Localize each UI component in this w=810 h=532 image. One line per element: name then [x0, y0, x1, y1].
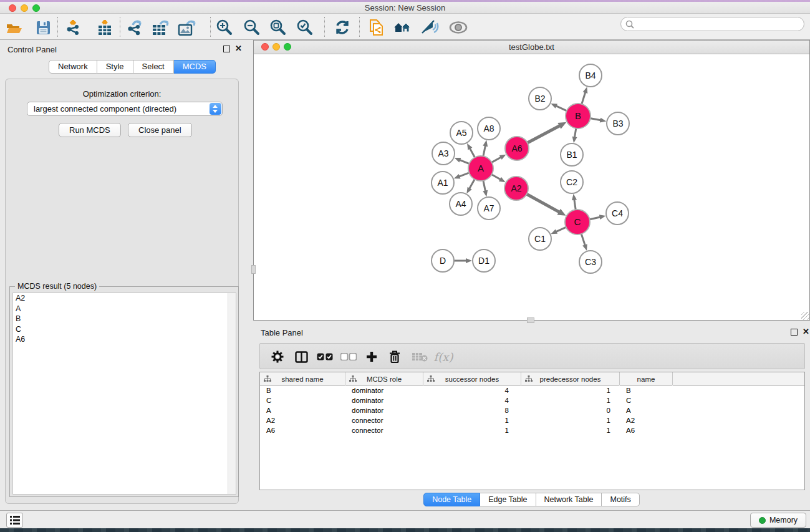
- zoom-out-icon[interactable]: [241, 18, 263, 37]
- column-header-shared-name[interactable]: shared name: [260, 372, 345, 385]
- zoom-network-icon[interactable]: [284, 43, 291, 51]
- column-header-name[interactable]: name: [620, 372, 673, 385]
- hide-graphics-details-icon[interactable]: [419, 18, 440, 37]
- graph-node-D[interactable]: D: [432, 249, 454, 272]
- export-table-icon[interactable]: [150, 18, 171, 37]
- table-row[interactable]: A2connector11A2: [260, 415, 804, 425]
- graph-node-A3[interactable]: A3: [432, 142, 455, 165]
- toggle-columns-icon[interactable]: [291, 347, 311, 366]
- function-builder-icon[interactable]: f(x): [433, 347, 453, 366]
- graph-node-B[interactable]: B: [566, 104, 591, 128]
- graph-node-A6[interactable]: A6: [505, 137, 529, 160]
- tab-mcds[interactable]: MCDS: [174, 60, 216, 74]
- graph-node-B2[interactable]: B2: [529, 87, 551, 110]
- refresh-icon[interactable]: [332, 18, 353, 37]
- graph-node-B3[interactable]: B3: [607, 112, 629, 135]
- tab-network[interactable]: Network: [49, 60, 97, 74]
- graph-node-A2[interactable]: A2: [504, 177, 528, 200]
- table-row[interactable]: Adominator80A: [260, 405, 804, 415]
- svg-text:C3: C3: [585, 257, 596, 267]
- clone-network-icon[interactable]: [366, 18, 387, 37]
- mcds-result-item[interactable]: A: [13, 304, 236, 314]
- graph-node-A8[interactable]: A8: [478, 117, 500, 140]
- show-graphics-details-icon[interactable]: [448, 18, 469, 37]
- settings-gear-icon[interactable]: [268, 347, 287, 366]
- graph-node-A4[interactable]: A4: [450, 193, 472, 215]
- export-network-icon[interactable]: [124, 18, 145, 37]
- add-column-icon[interactable]: [362, 347, 382, 366]
- close-window-icon[interactable]: [9, 4, 16, 12]
- home-layout-icon[interactable]: [392, 18, 413, 37]
- column-header-successor-nodes[interactable]: successor nodes: [423, 372, 521, 385]
- column-header-predecessor-nodes[interactable]: predecessor nodes: [521, 372, 620, 385]
- svg-text:B4: B4: [585, 70, 595, 80]
- minimize-network-icon[interactable]: [272, 43, 280, 51]
- graph-node-C4[interactable]: C4: [606, 202, 629, 225]
- save-session-icon[interactable]: [32, 18, 54, 37]
- float-table-panel-icon[interactable]: [791, 329, 798, 336]
- minimize-window-icon[interactable]: [21, 4, 28, 12]
- search-input[interactable]: [620, 17, 804, 31]
- tab-node-table[interactable]: Node Table: [423, 493, 480, 506]
- criterion-value: largest connected component (directed): [34, 104, 176, 114]
- close-panel-icon[interactable]: ✕: [235, 44, 242, 53]
- tab-motifs[interactable]: Motifs: [602, 493, 639, 506]
- graph-node-C2[interactable]: C2: [561, 171, 583, 193]
- graph-node-D1[interactable]: D1: [473, 249, 495, 272]
- scrollbar-track[interactable]: [228, 293, 236, 494]
- delete-table-icon[interactable]: [410, 347, 430, 366]
- delete-column-trash-icon[interactable]: [385, 347, 405, 366]
- graph-node-C1[interactable]: C1: [529, 228, 551, 250]
- open-file-icon[interactable]: [4, 18, 25, 37]
- zoom-selected-icon[interactable]: [294, 18, 316, 37]
- zoom-window-icon[interactable]: [32, 4, 40, 12]
- task-history-button[interactable]: [6, 513, 23, 528]
- graph-node-C3[interactable]: C3: [579, 251, 602, 273]
- graph-node-A5[interactable]: A5: [450, 122, 473, 144]
- export-image-icon[interactable]: [176, 18, 198, 37]
- table-cell: 1: [521, 395, 620, 405]
- table-cell: 1: [521, 385, 620, 395]
- table-row[interactable]: A6connector11A6: [260, 425, 804, 435]
- tab-network-table[interactable]: Network Table: [536, 493, 602, 506]
- zoom-fit-icon[interactable]: [268, 18, 289, 37]
- import-table-icon[interactable]: [94, 18, 115, 37]
- graph-node-A7[interactable]: A7: [478, 197, 500, 220]
- mcds-result-list[interactable]: A2ABCA6: [12, 293, 236, 495]
- graph-node-C[interactable]: C: [565, 210, 590, 235]
- deselect-all-rows-icon[interactable]: [339, 347, 359, 366]
- mcds-result-item[interactable]: A2: [13, 293, 236, 304]
- svg-text:A1: A1: [437, 178, 448, 188]
- table-cell: 4: [423, 395, 521, 405]
- graph-node-A[interactable]: A: [468, 156, 493, 181]
- criterion-dropdown[interactable]: largest connected component (directed): [27, 102, 223, 116]
- run-mcds-button[interactable]: Run MCDS: [59, 123, 121, 137]
- table-cell: 1: [423, 415, 521, 425]
- splitter-handle-left[interactable]: [251, 265, 256, 274]
- graph-arrowhead: [551, 229, 557, 234]
- mcds-result-item[interactable]: A6: [13, 334, 236, 345]
- close-panel-button[interactable]: Close panel: [128, 123, 192, 137]
- graph-node-B4[interactable]: B4: [579, 64, 602, 87]
- tab-select[interactable]: Select: [133, 60, 174, 74]
- zoom-in-icon[interactable]: [214, 18, 235, 37]
- column-header-mcds-role[interactable]: MCDS role: [345, 372, 423, 385]
- graph-node-A1[interactable]: A1: [432, 172, 454, 194]
- tab-style[interactable]: Style: [97, 60, 133, 74]
- network-window-titlebar[interactable]: testGlobe.txt: [254, 41, 809, 54]
- resize-grip-icon[interactable]: [801, 312, 809, 320]
- table-row[interactable]: Cdominator41C: [260, 395, 804, 405]
- memory-button[interactable]: Memory: [750, 513, 806, 528]
- network-canvas[interactable]: AA1A2A3A4A5A6A7A8BB1B2B3B4CC1C2C3C4DD1: [254, 54, 809, 320]
- float-panel-icon[interactable]: [223, 46, 230, 52]
- table-row[interactable]: Bdominator41B: [260, 385, 804, 395]
- graph-node-B1[interactable]: B1: [561, 143, 583, 166]
- tab-edge-table[interactable]: Edge Table: [480, 493, 536, 506]
- import-network-icon[interactable]: [62, 18, 84, 37]
- mcds-result-item[interactable]: B: [13, 314, 236, 324]
- splitter-handle-bottom[interactable]: [527, 317, 534, 323]
- close-network-icon[interactable]: [261, 43, 269, 51]
- mcds-result-item[interactable]: C: [13, 324, 236, 335]
- close-table-panel-icon[interactable]: ✕: [803, 327, 809, 336]
- select-all-rows-icon[interactable]: [315, 347, 335, 366]
